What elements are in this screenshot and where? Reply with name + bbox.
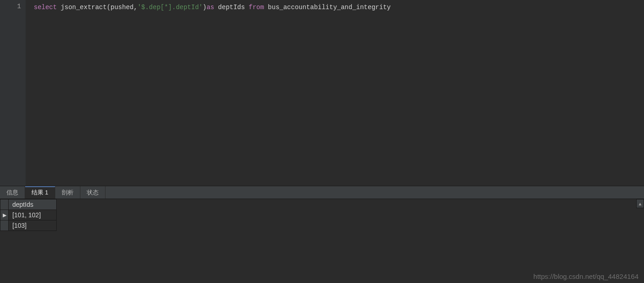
sql-code-area[interactable]: select json_extract(pushed,'$.dep[*].dep… <box>26 0 644 186</box>
line-number: 1 <box>0 3 21 10</box>
line-number-gutter: 1 <box>0 0 26 186</box>
keyword-from: from <box>249 4 264 11</box>
scroll-up-icon[interactable]: ▲ <box>636 199 644 208</box>
tab-info[interactable]: 信息 <box>0 186 25 199</box>
tab-result-1[interactable]: 结果 1 <box>25 186 55 199</box>
sql-editor-pane: 1 select json_extract(pushed,'$.dep[*].d… <box>0 0 644 186</box>
string-literal: '$.dep[*].deptId' <box>137 4 203 11</box>
open-paren: ( <box>107 4 111 11</box>
result-table: deptIds ▶ [101, 102] [103] <box>0 199 57 231</box>
identifier-pushed: pushed <box>111 4 133 11</box>
table-name: bus_accountability_and_integrity <box>268 4 391 11</box>
column-header-deptids[interactable]: deptIds <box>9 199 57 210</box>
function-json-extract: json_extract <box>61 4 107 11</box>
table-row[interactable]: ▶ [101, 102] <box>0 210 57 220</box>
row-indicator-header <box>0 199 9 210</box>
table-row[interactable]: [103] <box>0 220 57 231</box>
cell-value[interactable]: [103] <box>9 220 57 231</box>
table-header-row: deptIds <box>0 199 57 210</box>
current-row-marker: ▶ <box>0 210 9 220</box>
watermark-text: https://blog.csdn.net/qq_44824164 <box>533 273 639 280</box>
keyword-select: select <box>34 4 57 11</box>
row-marker-empty <box>0 220 9 231</box>
keyword-as: as <box>206 4 214 11</box>
cell-value[interactable]: [101, 102] <box>9 210 57 220</box>
tab-profile[interactable]: 剖析 <box>55 186 80 199</box>
alias-deptids: deptIds <box>218 4 245 11</box>
close-paren: ) <box>203 4 206 11</box>
tab-status[interactable]: 状态 <box>80 186 106 199</box>
comma: , <box>133 4 137 11</box>
results-pane: deptIds ▶ [101, 102] [103] ▲ https://blo… <box>0 199 644 283</box>
result-tabs: 信息 结果 1 剖析 状态 <box>0 186 644 199</box>
